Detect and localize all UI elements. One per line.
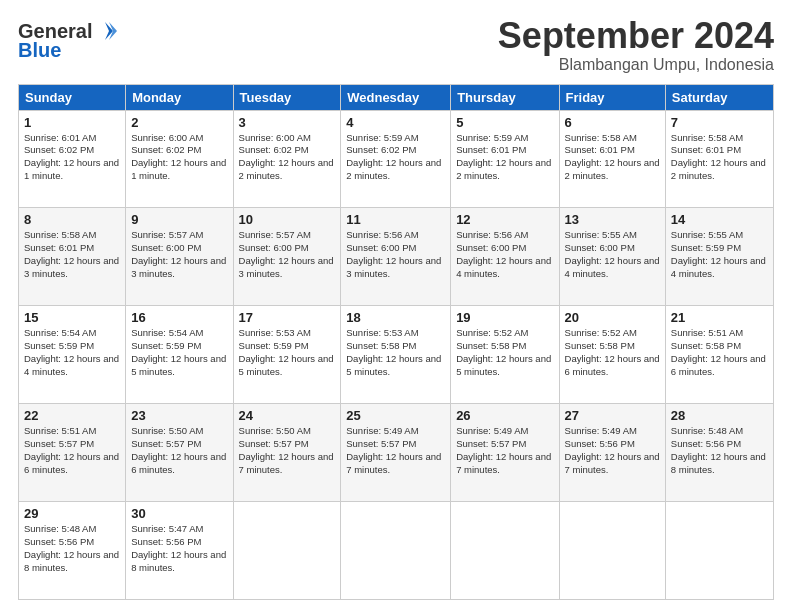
table-row: 20 Sunrise: 5:52 AM Sunset: 5:58 PM Dayl… [559,306,665,404]
day-number: 23 [131,408,227,423]
day-number: 9 [131,212,227,227]
day-details: Sunrise: 5:56 AM Sunset: 6:00 PM Dayligh… [456,229,553,280]
logo: General Blue [18,20,117,62]
week-row-2: 8 Sunrise: 5:58 AM Sunset: 6:01 PM Dayli… [19,208,774,306]
table-row: 19 Sunrise: 5:52 AM Sunset: 5:58 PM Dayl… [451,306,559,404]
day-details: Sunrise: 5:55 AM Sunset: 6:00 PM Dayligh… [565,229,660,280]
day-number: 2 [131,115,227,130]
table-row [665,502,773,600]
table-row: 21 Sunrise: 5:51 AM Sunset: 5:58 PM Dayl… [665,306,773,404]
day-number: 1 [24,115,120,130]
table-row: 1 Sunrise: 6:01 AM Sunset: 6:02 PM Dayli… [19,110,126,208]
day-details: Sunrise: 5:57 AM Sunset: 6:00 PM Dayligh… [239,229,336,280]
table-row: 8 Sunrise: 5:58 AM Sunset: 6:01 PM Dayli… [19,208,126,306]
day-number: 19 [456,310,553,325]
table-row: 9 Sunrise: 5:57 AM Sunset: 6:00 PM Dayli… [126,208,233,306]
day-details: Sunrise: 5:51 AM Sunset: 5:58 PM Dayligh… [671,327,768,378]
day-number: 11 [346,212,445,227]
day-details: Sunrise: 5:58 AM Sunset: 6:01 PM Dayligh… [565,132,660,183]
header-friday: Friday [559,84,665,110]
table-row [233,502,341,600]
table-row: 27 Sunrise: 5:49 AM Sunset: 5:56 PM Dayl… [559,404,665,502]
day-details: Sunrise: 6:00 AM Sunset: 6:02 PM Dayligh… [131,132,227,183]
day-number: 14 [671,212,768,227]
table-row: 24 Sunrise: 5:50 AM Sunset: 5:57 PM Dayl… [233,404,341,502]
day-number: 26 [456,408,553,423]
day-details: Sunrise: 5:49 AM Sunset: 5:57 PM Dayligh… [456,425,553,476]
day-details: Sunrise: 5:54 AM Sunset: 5:59 PM Dayligh… [24,327,120,378]
day-details: Sunrise: 5:53 AM Sunset: 5:58 PM Dayligh… [346,327,445,378]
day-number: 18 [346,310,445,325]
day-details: Sunrise: 5:55 AM Sunset: 5:59 PM Dayligh… [671,229,768,280]
table-row: 26 Sunrise: 5:49 AM Sunset: 5:57 PM Dayl… [451,404,559,502]
header-tuesday: Tuesday [233,84,341,110]
day-number: 5 [456,115,553,130]
week-row-1: 1 Sunrise: 6:01 AM Sunset: 6:02 PM Dayli… [19,110,774,208]
week-row-5: 29 Sunrise: 5:48 AM Sunset: 5:56 PM Dayl… [19,502,774,600]
day-number: 29 [24,506,120,521]
table-row: 3 Sunrise: 6:00 AM Sunset: 6:02 PM Dayli… [233,110,341,208]
day-number: 28 [671,408,768,423]
day-details: Sunrise: 5:52 AM Sunset: 5:58 PM Dayligh… [565,327,660,378]
table-row: 15 Sunrise: 5:54 AM Sunset: 5:59 PM Dayl… [19,306,126,404]
week-row-3: 15 Sunrise: 5:54 AM Sunset: 5:59 PM Dayl… [19,306,774,404]
location-title: Blambangan Umpu, Indonesia [498,56,774,74]
day-number: 8 [24,212,120,227]
table-row: 12 Sunrise: 5:56 AM Sunset: 6:00 PM Dayl… [451,208,559,306]
day-number: 4 [346,115,445,130]
day-number: 13 [565,212,660,227]
day-details: Sunrise: 5:49 AM Sunset: 5:57 PM Dayligh… [346,425,445,476]
title-area: September 2024 Blambangan Umpu, Indonesi… [498,16,774,74]
table-row: 7 Sunrise: 5:58 AM Sunset: 6:01 PM Dayli… [665,110,773,208]
table-row: 16 Sunrise: 5:54 AM Sunset: 5:59 PM Dayl… [126,306,233,404]
day-number: 20 [565,310,660,325]
table-row [451,502,559,600]
day-number: 17 [239,310,336,325]
calendar-page: General Blue September 2024 Blambangan U… [0,0,792,612]
day-details: Sunrise: 5:54 AM Sunset: 5:59 PM Dayligh… [131,327,227,378]
header-wednesday: Wednesday [341,84,451,110]
table-row: 30 Sunrise: 5:47 AM Sunset: 5:56 PM Dayl… [126,502,233,600]
week-row-4: 22 Sunrise: 5:51 AM Sunset: 5:57 PM Dayl… [19,404,774,502]
day-details: Sunrise: 5:53 AM Sunset: 5:59 PM Dayligh… [239,327,336,378]
day-number: 25 [346,408,445,423]
day-details: Sunrise: 5:57 AM Sunset: 6:00 PM Dayligh… [131,229,227,280]
day-details: Sunrise: 5:47 AM Sunset: 5:56 PM Dayligh… [131,523,227,574]
day-number: 27 [565,408,660,423]
header-sunday: Sunday [19,84,126,110]
day-number: 21 [671,310,768,325]
table-row: 13 Sunrise: 5:55 AM Sunset: 6:00 PM Dayl… [559,208,665,306]
header-area: General Blue September 2024 Blambangan U… [18,16,774,74]
table-row: 11 Sunrise: 5:56 AM Sunset: 6:00 PM Dayl… [341,208,451,306]
day-number: 12 [456,212,553,227]
month-title: September 2024 [498,16,774,56]
table-row: 5 Sunrise: 5:59 AM Sunset: 6:01 PM Dayli… [451,110,559,208]
table-row: 22 Sunrise: 5:51 AM Sunset: 5:57 PM Dayl… [19,404,126,502]
day-number: 6 [565,115,660,130]
day-number: 24 [239,408,336,423]
header-monday: Monday [126,84,233,110]
table-row: 10 Sunrise: 5:57 AM Sunset: 6:00 PM Dayl… [233,208,341,306]
table-row: 4 Sunrise: 5:59 AM Sunset: 6:02 PM Dayli… [341,110,451,208]
header-thursday: Thursday [451,84,559,110]
table-row: 18 Sunrise: 5:53 AM Sunset: 5:58 PM Dayl… [341,306,451,404]
header-saturday: Saturday [665,84,773,110]
day-details: Sunrise: 5:51 AM Sunset: 5:57 PM Dayligh… [24,425,120,476]
day-number: 30 [131,506,227,521]
table-row: 17 Sunrise: 5:53 AM Sunset: 5:59 PM Dayl… [233,306,341,404]
day-details: Sunrise: 5:48 AM Sunset: 5:56 PM Dayligh… [24,523,120,574]
day-number: 7 [671,115,768,130]
day-details: Sunrise: 5:58 AM Sunset: 6:01 PM Dayligh… [24,229,120,280]
day-details: Sunrise: 5:50 AM Sunset: 5:57 PM Dayligh… [239,425,336,476]
day-details: Sunrise: 5:58 AM Sunset: 6:01 PM Dayligh… [671,132,768,183]
day-details: Sunrise: 6:01 AM Sunset: 6:02 PM Dayligh… [24,132,120,183]
table-row: 25 Sunrise: 5:49 AM Sunset: 5:57 PM Dayl… [341,404,451,502]
day-details: Sunrise: 5:49 AM Sunset: 5:56 PM Dayligh… [565,425,660,476]
day-details: Sunrise: 5:48 AM Sunset: 5:56 PM Dayligh… [671,425,768,476]
svg-marker-0 [105,22,113,40]
table-row [341,502,451,600]
day-number: 15 [24,310,120,325]
table-row: 2 Sunrise: 6:00 AM Sunset: 6:02 PM Dayli… [126,110,233,208]
calendar-table: Sunday Monday Tuesday Wednesday Thursday… [18,84,774,600]
day-details: Sunrise: 5:56 AM Sunset: 6:00 PM Dayligh… [346,229,445,280]
